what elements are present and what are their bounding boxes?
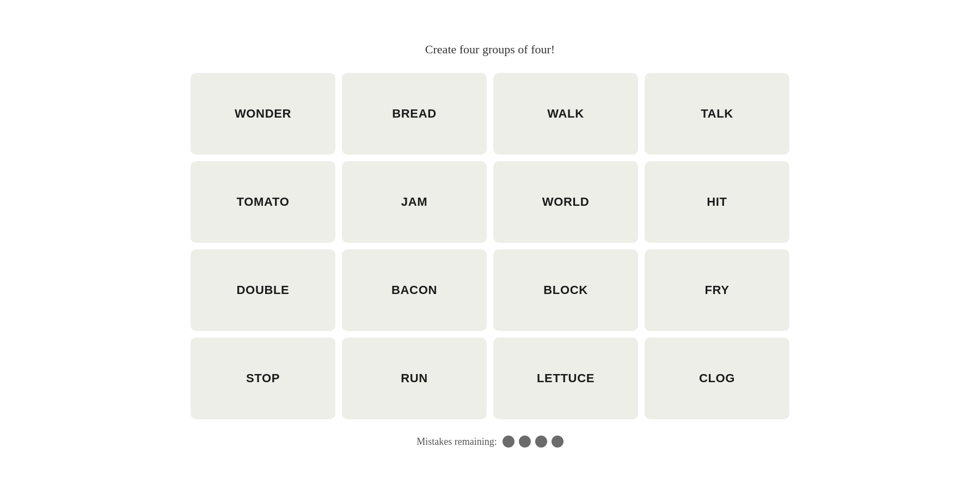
tile-stop[interactable]: STOP: [191, 338, 335, 419]
tile-talk[interactable]: TALK: [645, 73, 789, 155]
tile-label-jam: JAM: [401, 195, 427, 209]
tile-label-fry: FRY: [705, 283, 729, 297]
game-container: Create four groups of four! WONDERBREADW…: [191, 42, 789, 448]
tile-label-stop: STOP: [246, 371, 280, 385]
mistake-dot-1: [503, 436, 514, 448]
tile-bread[interactable]: BREAD: [342, 73, 487, 155]
tile-label-bread: BREAD: [392, 107, 437, 121]
tile-label-bacon: BACON: [391, 283, 437, 297]
mistake-dot-4: [552, 436, 564, 448]
tile-wonder[interactable]: WONDER: [191, 73, 335, 155]
tile-run[interactable]: RUN: [342, 338, 487, 419]
tile-tomato[interactable]: TOMATO: [191, 161, 335, 243]
tile-label-talk: TALK: [701, 107, 733, 121]
tile-label-block: BLOCK: [543, 283, 588, 297]
tile-label-world: WORLD: [542, 195, 589, 209]
tile-clog[interactable]: CLOG: [645, 338, 789, 419]
tile-walk[interactable]: WALK: [493, 73, 638, 155]
tile-label-double: DOUBLE: [237, 283, 290, 297]
mistake-dots: [503, 436, 564, 448]
tile-hit[interactable]: HIT: [645, 161, 789, 243]
mistake-dot-3: [535, 436, 547, 448]
mistakes-label: Mistakes remaining:: [416, 436, 497, 448]
tile-grid: WONDERBREADWALKTALKTOMATOJAMWORLDHITDOUB…: [191, 73, 789, 419]
tile-jam[interactable]: JAM: [342, 161, 487, 243]
tile-fry[interactable]: FRY: [645, 249, 789, 331]
tile-block[interactable]: BLOCK: [493, 249, 638, 331]
tile-world[interactable]: WORLD: [493, 161, 638, 243]
mistake-dot-2: [519, 436, 531, 448]
tile-label-wonder: WONDER: [235, 107, 291, 121]
mistakes-row: Mistakes remaining:: [416, 436, 563, 448]
tile-label-lettuce: LETTUCE: [537, 371, 595, 385]
tile-double[interactable]: DOUBLE: [191, 249, 335, 331]
subtitle: Create four groups of four!: [425, 42, 555, 57]
tile-label-tomato: TOMATO: [237, 195, 290, 209]
tile-lettuce[interactable]: LETTUCE: [493, 338, 638, 419]
tile-bacon[interactable]: BACON: [342, 249, 487, 331]
tile-label-run: RUN: [401, 371, 428, 385]
tile-label-clog: CLOG: [699, 371, 735, 385]
tile-label-walk: WALK: [547, 107, 584, 121]
tile-label-hit: HIT: [707, 195, 727, 209]
